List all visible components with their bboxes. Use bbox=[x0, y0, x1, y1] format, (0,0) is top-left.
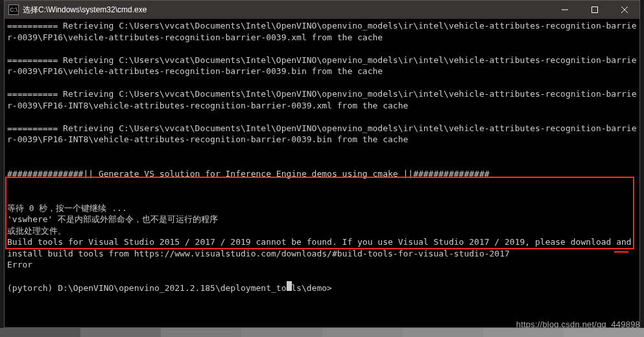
prompt-line: (pytorch) D:\OpenVINO\openvino_2021.2.18… bbox=[7, 283, 332, 293]
titlebar[interactable]: C:\ 选择C:\Windows\system32\cmd.exe bbox=[5, 1, 639, 19]
terminal-line: 等待 0 秒，按一个键继续 ... bbox=[7, 203, 127, 213]
maximize-button[interactable] bbox=[580, 1, 610, 19]
strip-segment bbox=[161, 328, 241, 337]
strip-segment bbox=[403, 328, 483, 337]
bottom-color-strip bbox=[0, 328, 644, 337]
svg-rect-1 bbox=[592, 7, 598, 13]
window-title: 选择C:\Windows\system32\cmd.exe bbox=[23, 5, 550, 16]
strip-segment bbox=[483, 328, 564, 337]
cmd-window: C:\ 选择C:\Windows\system32\cmd.exe ======… bbox=[4, 0, 640, 328]
terminal-line: 或批处理文件。 bbox=[7, 226, 66, 236]
text-cursor bbox=[287, 281, 292, 291]
terminal-output[interactable]: ========== Retrieving C:\Users\vvcat\Doc… bbox=[5, 19, 639, 327]
strip-segment bbox=[564, 328, 644, 337]
close-button[interactable] bbox=[610, 1, 639, 19]
strip-segment bbox=[80, 328, 161, 337]
terminal-line: ========== Retrieving C:\Users\vvcat\Doc… bbox=[7, 21, 637, 42]
cmd-icon: C:\ bbox=[8, 5, 19, 15]
minimize-button[interactable] bbox=[550, 1, 580, 19]
terminal-line: ###############|| Generate VS solution f… bbox=[7, 169, 490, 179]
strip-segment bbox=[241, 328, 322, 337]
terminal-line: ========== Retrieving C:\Users\vvcat\Doc… bbox=[7, 123, 637, 145]
strip-segment bbox=[322, 328, 403, 337]
terminal-line: ========== Retrieving C:\Users\vvcat\Doc… bbox=[7, 55, 637, 77]
red-underline-accent bbox=[614, 251, 628, 253]
strip-segment bbox=[0, 328, 80, 337]
terminal-line: ========== Retrieving C:\Users\vvcat\Doc… bbox=[7, 89, 637, 110]
terminal-line: Build tools for Visual Studio 2015 / 201… bbox=[7, 237, 637, 258]
terminal-line: 'vswhere' 不是内部或外部命令，也不是可运行的程序 bbox=[7, 214, 218, 224]
terminal-line: Error bbox=[7, 260, 32, 269]
window-controls bbox=[550, 1, 639, 19]
